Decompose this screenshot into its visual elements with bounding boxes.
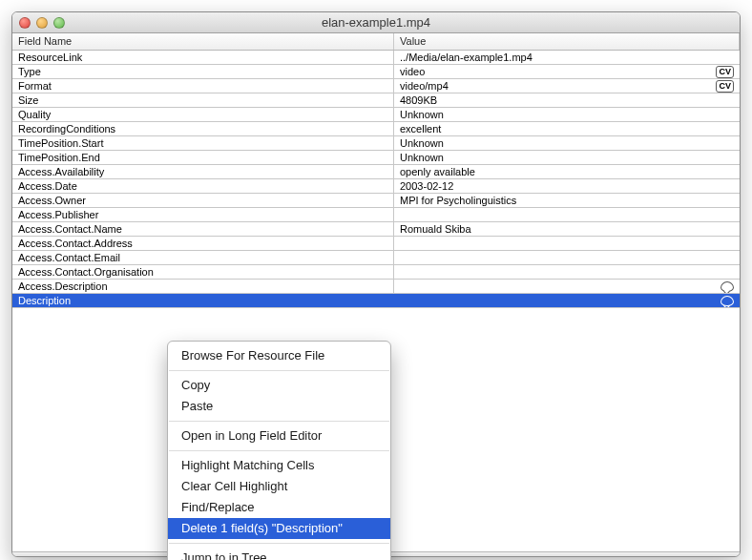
- field-value-cell[interactable]: MPI for Psycholinguistics: [394, 194, 740, 207]
- menu-item[interactable]: Highlight Matching Cells: [168, 455, 390, 476]
- table-row[interactable]: Access.Contact.NameRomuald Skiba: [12, 222, 740, 237]
- field-value-text: openly available: [400, 165, 475, 178]
- table-row[interactable]: Access.Contact.Address: [12, 237, 740, 251]
- table-row[interactable]: QualityUnknown: [12, 108, 740, 122]
- menu-item[interactable]: Find/Replace: [168, 497, 390, 518]
- table-row[interactable]: Formatvideo/mp4CV: [12, 79, 740, 93]
- field-name-cell[interactable]: Access.Date: [12, 179, 394, 193]
- menu-item[interactable]: Browse For Resource File: [168, 345, 390, 366]
- table-row[interactable]: TimePosition.StartUnknown: [12, 136, 740, 151]
- cv-badge-icon[interactable]: CV: [716, 80, 734, 93]
- window-controls: [19, 17, 65, 29]
- field-value-cell[interactable]: [394, 237, 740, 250]
- menu-item[interactable]: Delete 1 field(s) "Description": [168, 518, 390, 539]
- table-row[interactable]: TypevideoCV: [12, 65, 740, 79]
- field-name-cell[interactable]: ResourceLink: [12, 51, 394, 64]
- table-row[interactable]: Access.Date2003-02-12: [12, 179, 740, 194]
- field-value-cell[interactable]: Unknown: [394, 151, 740, 164]
- field-name-cell[interactable]: Access.Contact.Name: [12, 222, 394, 236]
- context-menu: Browse For Resource FileCopyPasteOpen in…: [167, 341, 391, 560]
- field-value-cell[interactable]: [394, 280, 740, 293]
- table-body: ResourceLink../Media/elan-example1.mp4Ty…: [12, 51, 740, 308]
- field-name-cell[interactable]: Access.Publisher: [12, 208, 394, 221]
- field-name-cell[interactable]: Description: [12, 294, 394, 307]
- field-value-cell[interactable]: [394, 251, 740, 264]
- menu-item[interactable]: Jump to in Tree: [168, 548, 390, 560]
- table-row[interactable]: TimePosition.EndUnknown: [12, 151, 740, 165]
- menu-item[interactable]: Paste: [168, 396, 390, 417]
- table-row[interactable]: Access.Publisher: [12, 208, 740, 222]
- field-value-text: Unknown: [400, 108, 444, 121]
- menu-separator: [169, 450, 389, 451]
- menu-separator: [169, 543, 389, 544]
- field-value-text: excellent: [400, 122, 441, 135]
- field-value-cell[interactable]: Unknown: [394, 136, 740, 150]
- table-row[interactable]: RecordingConditionsexcellent: [12, 122, 740, 136]
- field-value-cell[interactable]: [394, 294, 740, 307]
- cv-badge-icon[interactable]: CV: [716, 66, 734, 78]
- field-name-cell[interactable]: Access.Contact.Organisation: [12, 265, 394, 279]
- field-name-cell[interactable]: RecordingConditions: [12, 122, 394, 135]
- field-name-cell[interactable]: Access.Owner: [12, 194, 394, 207]
- menu-item[interactable]: Copy: [168, 375, 390, 396]
- table-row[interactable]: Access.OwnerMPI for Psycholinguistics: [12, 194, 740, 208]
- speech-bubble-icon[interactable]: [721, 281, 734, 292]
- field-value-text: ../Media/elan-example1.mp4: [400, 51, 533, 64]
- menu-separator: [169, 370, 389, 371]
- table-row[interactable]: Description: [12, 294, 740, 308]
- menu-item[interactable]: Clear Cell Highlight: [168, 476, 390, 497]
- zoom-icon[interactable]: [53, 17, 65, 29]
- field-value-text: 2003-02-12: [400, 179, 453, 193]
- field-value-cell[interactable]: Romuald Skiba: [394, 222, 740, 236]
- table-row[interactable]: Size4809KB: [12, 93, 740, 108]
- field-name-cell[interactable]: Size: [12, 93, 394, 107]
- field-name-cell[interactable]: Access.Availability: [12, 165, 394, 178]
- field-value-text: Unknown: [400, 136, 444, 150]
- field-value-text: video: [400, 65, 425, 78]
- field-value-cell[interactable]: [394, 265, 740, 279]
- table-row[interactable]: Access.Availabilityopenly available: [12, 165, 740, 179]
- menu-item[interactable]: Open in Long Field Editor: [168, 425, 390, 446]
- field-value-text: Romuald Skiba: [400, 222, 471, 236]
- menu-separator: [169, 421, 389, 422]
- column-header-value[interactable]: Value: [394, 33, 740, 50]
- field-value-text: Unknown: [400, 151, 444, 164]
- table-row[interactable]: ResourceLink../Media/elan-example1.mp4: [12, 51, 740, 65]
- window-title: elan-example1.mp4: [12, 15, 740, 30]
- field-value-cell[interactable]: video/mp4CV: [394, 79, 740, 93]
- table-row[interactable]: Access.Description: [12, 280, 740, 294]
- table-row[interactable]: Access.Contact.Email: [12, 251, 740, 265]
- field-name-cell[interactable]: Quality: [12, 108, 394, 121]
- field-value-cell[interactable]: [394, 208, 740, 221]
- field-value-cell[interactable]: 2003-02-12: [394, 179, 740, 193]
- table-header: Field Name Value: [12, 33, 740, 51]
- field-value-cell[interactable]: 4809KB: [394, 93, 740, 107]
- field-value-text: video/mp4: [400, 79, 449, 93]
- field-value-cell[interactable]: Unknown: [394, 108, 740, 121]
- minimize-icon[interactable]: [36, 17, 48, 29]
- field-name-cell[interactable]: TimePosition.End: [12, 151, 394, 164]
- field-value-cell[interactable]: openly available: [394, 165, 740, 178]
- field-value-cell[interactable]: excellent: [394, 122, 740, 135]
- close-icon[interactable]: [19, 17, 31, 29]
- field-value-text: 4809KB: [400, 93, 437, 107]
- column-header-field[interactable]: Field Name: [12, 33, 394, 50]
- titlebar[interactable]: elan-example1.mp4: [12, 12, 740, 33]
- field-name-cell[interactable]: Access.Contact.Address: [12, 237, 394, 250]
- table-row[interactable]: Access.Contact.Organisation: [12, 265, 740, 280]
- field-value-cell[interactable]: ../Media/elan-example1.mp4: [394, 51, 740, 64]
- field-name-cell[interactable]: TimePosition.Start: [12, 136, 394, 150]
- field-name-cell[interactable]: Format: [12, 79, 394, 93]
- field-name-cell[interactable]: Access.Contact.Email: [12, 251, 394, 264]
- speech-bubble-icon[interactable]: [721, 296, 734, 306]
- field-value-text: MPI for Psycholinguistics: [400, 194, 516, 207]
- field-name-cell[interactable]: Type: [12, 65, 394, 78]
- field-name-cell[interactable]: Access.Description: [12, 280, 394, 293]
- field-value-cell[interactable]: videoCV: [394, 65, 740, 78]
